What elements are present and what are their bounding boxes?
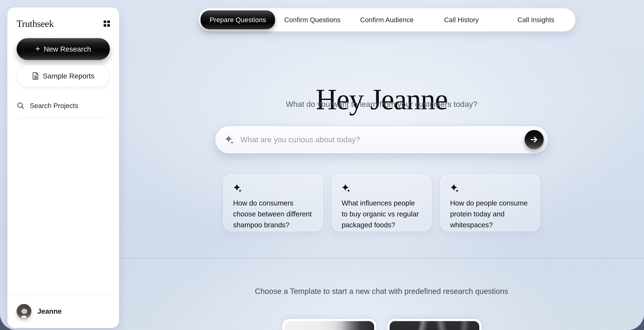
search-icon	[16, 102, 25, 110]
section-divider	[120, 258, 644, 258]
app-canvas: Truthseek + New Research Sample Reports	[0, 0, 644, 330]
grid-menu-icon[interactable]	[104, 21, 110, 27]
template-cards	[282, 319, 482, 330]
research-question-inputbar	[215, 125, 548, 154]
document-icon	[32, 72, 39, 80]
template-card-1[interactable]	[282, 319, 376, 330]
suggestion-text: How do consumers choose between differen…	[233, 198, 313, 230]
greeting-subtitle: What do you want to learn from your cust…	[119, 99, 644, 109]
submit-question-button[interactable]	[524, 130, 544, 149]
templates-heading: Choose a Template to start a new chat wi…	[119, 287, 644, 296]
research-question-input[interactable]	[240, 135, 524, 144]
suggestion-card-protein[interactable]: How do people consume protein today and …	[440, 175, 540, 231]
new-research-label: New Research	[44, 45, 91, 53]
grid-dot	[104, 21, 106, 23]
grid-dot	[107, 24, 110, 27]
suggestion-card-shampoo[interactable]: How do consumers choose between differen…	[224, 175, 323, 231]
suggestion-card-organic-foods[interactable]: What influences people to buy organic vs…	[332, 175, 431, 231]
sparkle-icon	[233, 184, 242, 193]
sparkle-icon	[342, 184, 351, 193]
template-image-aisle	[390, 321, 479, 330]
main-area: Hey Jeanne What do you want to learn fro…	[119, 0, 644, 330]
sparkle-icon	[224, 135, 234, 144]
sidebar-header: Truthseek	[16, 18, 110, 29]
user-name: Jeanne	[38, 307, 62, 315]
sidebar-spacer	[8, 118, 119, 294]
sidebar: Truthseek + New Research Sample Reports	[8, 8, 119, 328]
sparkle-icon	[450, 184, 459, 193]
sample-reports-label: Sample Reports	[43, 72, 94, 80]
grid-dot	[104, 24, 106, 27]
template-card-2[interactable]	[388, 319, 482, 330]
search-projects[interactable]: Search Projects	[16, 102, 110, 110]
search-projects-label: Search Projects	[30, 102, 78, 110]
suggestion-text: How do people consume protein today and …	[450, 198, 530, 230]
template-image-shopper	[284, 321, 374, 330]
suggestion-cards: How do consumers choose between differen…	[224, 175, 540, 231]
arrow-right-icon	[530, 135, 539, 144]
user-profile[interactable]: Jeanne	[8, 294, 119, 328]
sample-reports-button[interactable]: Sample Reports	[16, 65, 110, 87]
app-logo: Truthseek	[16, 18, 54, 29]
new-research-button[interactable]: + New Research	[16, 38, 110, 60]
suggestion-text: What influences people to buy organic vs…	[342, 198, 422, 230]
user-avatar	[16, 304, 31, 319]
grid-dot	[107, 21, 110, 23]
